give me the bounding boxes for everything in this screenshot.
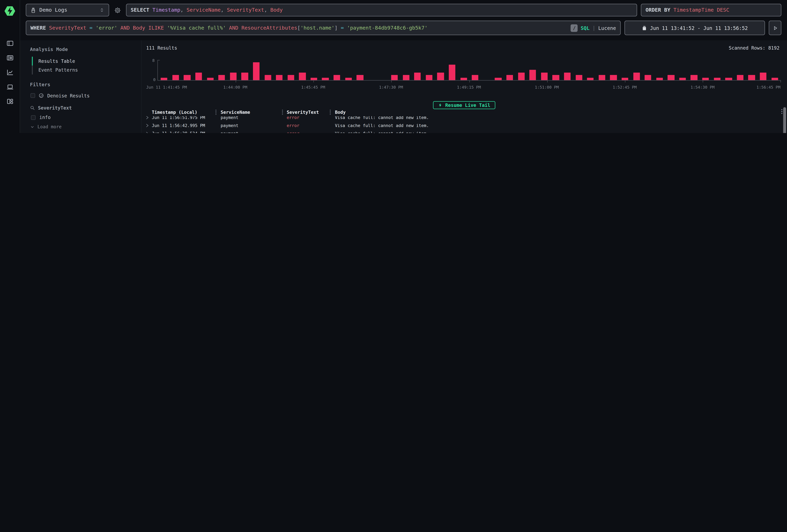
histogram-bar[interactable] [538, 60, 550, 80]
table-options-kebab-icon[interactable] [781, 109, 782, 114]
facet-option-info[interactable]: info [31, 115, 133, 120]
histogram-bar[interactable] [735, 60, 746, 80]
histogram-bar[interactable] [389, 60, 400, 80]
mode-event-patterns[interactable]: Event Patterns [32, 66, 133, 75]
histogram-bar[interactable] [435, 60, 446, 80]
histogram-bar[interactable] [561, 60, 573, 80]
column-resize-handle[interactable] [330, 109, 331, 114]
table-row[interactable]: Jun 11 1:56:38.534 PMpaymenterrorVisa ca… [142, 130, 787, 133]
histogram-bar[interactable] [262, 60, 274, 80]
histogram-bar[interactable] [297, 60, 308, 80]
cell-timestamp: Jun 11 1:56:38.534 PM [152, 131, 205, 133]
histogram-bar[interactable] [181, 60, 193, 80]
histogram-bar[interactable] [458, 60, 469, 80]
histogram-bar[interactable] [527, 60, 538, 80]
histogram-bar[interactable] [216, 60, 228, 80]
source-select[interactable]: Demo Logs [26, 4, 109, 16]
histogram-bar[interactable] [239, 60, 250, 80]
mode-results-table[interactable]: Results Table [32, 57, 133, 66]
run-query-button[interactable] [769, 21, 781, 35]
histogram-bar[interactable] [308, 60, 320, 80]
vertical-scrollbar[interactable] [783, 107, 786, 133]
histogram-bar[interactable] [619, 60, 631, 80]
histogram-bar[interactable] [193, 60, 205, 80]
search-logs-icon[interactable] [6, 54, 14, 61]
services-laptop-icon[interactable] [6, 83, 14, 90]
histogram-bar[interactable] [654, 60, 665, 80]
histogram-bar[interactable] [354, 60, 366, 80]
histogram-bar-fill [552, 75, 559, 80]
histogram-bar[interactable] [285, 60, 297, 80]
histogram-bar[interactable] [366, 60, 377, 80]
column-header-body[interactable]: Body [335, 109, 346, 115]
table-row[interactable]: Jun 11 1:56:42.995 PMpaymenterrorVisa ca… [142, 121, 787, 129]
histogram-bar[interactable] [677, 60, 688, 80]
histogram-bar[interactable] [608, 60, 619, 80]
histogram-bar[interactable] [423, 60, 435, 80]
histogram-bar[interactable] [711, 60, 723, 80]
sql-mode-button[interactable]: SQL [581, 25, 590, 31]
source-settings-button[interactable] [113, 4, 122, 16]
column-resize-handle[interactable] [282, 109, 283, 114]
histogram-bar[interactable] [665, 60, 677, 80]
app-logo-icon[interactable] [4, 6, 16, 16]
histogram-bar[interactable] [274, 60, 285, 80]
histogram-bar-fill [311, 78, 317, 80]
where-filter-input[interactable]: WHERE SeverityText = 'error' AND Body IL… [26, 21, 621, 35]
log-source-icon [30, 7, 36, 13]
histogram-bar-fill [172, 75, 179, 80]
dashboards-icon[interactable] [6, 98, 14, 105]
histogram-bar[interactable] [400, 60, 412, 80]
column-header-severitytext[interactable]: SeverityText [286, 109, 319, 115]
vertical-scrollbar-thumb[interactable] [783, 107, 786, 133]
histogram-bar[interactable] [700, 60, 711, 80]
histogram-bar[interactable] [228, 60, 239, 80]
resume-live-tail-button[interactable]: Resume Live Tail [433, 101, 495, 109]
histogram-bar[interactable] [158, 60, 170, 80]
histogram-bar[interactable] [758, 60, 769, 80]
histogram-bar[interactable] [205, 60, 216, 80]
histogram-bar[interactable] [746, 60, 758, 80]
x-axis-tick [391, 80, 392, 83]
histogram-bar[interactable] [331, 60, 343, 80]
histogram-bar[interactable] [769, 60, 780, 80]
column-header-servicename[interactable]: ServiceName [221, 109, 250, 115]
facet-severitytext-header[interactable]: SeverityText [30, 105, 133, 111]
histogram-bar[interactable] [550, 60, 561, 80]
denoise-results-row[interactable]: Denoise Results [30, 93, 133, 98]
histogram-bar[interactable] [481, 60, 492, 80]
histogram-bar[interactable] [504, 60, 515, 80]
histogram-bar[interactable] [642, 60, 654, 80]
histogram-bar[interactable] [515, 60, 527, 80]
histogram-bar[interactable] [320, 60, 331, 80]
time-range-picker[interactable]: Jun 11 13:41:52 - Jun 11 13:56:52 [624, 21, 765, 35]
histogram-bar[interactable] [251, 60, 262, 80]
histogram-bar[interactable] [412, 60, 423, 80]
row-expand-chevron-icon[interactable] [146, 123, 149, 128]
order-by-input[interactable]: ORDER BY TimestampTime DESC [641, 4, 781, 16]
histogram-bar[interactable] [170, 60, 181, 80]
histogram-bar[interactable] [469, 60, 481, 80]
histogram-bar[interactable] [573, 60, 584, 80]
histogram-bar[interactable] [723, 60, 735, 80]
sidebar-toggle-icon[interactable] [6, 40, 14, 47]
histogram-bar[interactable] [343, 60, 354, 80]
histogram-bar[interactable] [492, 60, 504, 80]
column-resize-handle[interactable] [215, 109, 216, 114]
histogram-bar-fill [414, 72, 421, 80]
histogram-bar[interactable] [688, 60, 700, 80]
facet-option-checkbox[interactable] [31, 115, 36, 120]
histogram-bar[interactable] [446, 60, 458, 80]
histogram-bar[interactable] [596, 60, 608, 80]
lucene-mode-button[interactable]: Lucene [598, 25, 616, 31]
row-expand-chevron-icon[interactable] [146, 131, 149, 133]
column-header-timestamp[interactable]: Timestamp (Local) [152, 109, 197, 115]
histogram-bar[interactable] [377, 60, 389, 80]
histogram-bar[interactable] [631, 60, 642, 80]
denoise-checkbox[interactable] [30, 93, 35, 98]
select-columns-input[interactable]: SELECT Timestamp, ServiceName, SeverityT… [126, 4, 637, 16]
chart-explorer-icon[interactable] [6, 69, 14, 76]
histogram-bar-fill [771, 78, 778, 80]
load-more-severitytext[interactable]: Load more [30, 124, 133, 129]
histogram-bar[interactable] [584, 60, 596, 80]
